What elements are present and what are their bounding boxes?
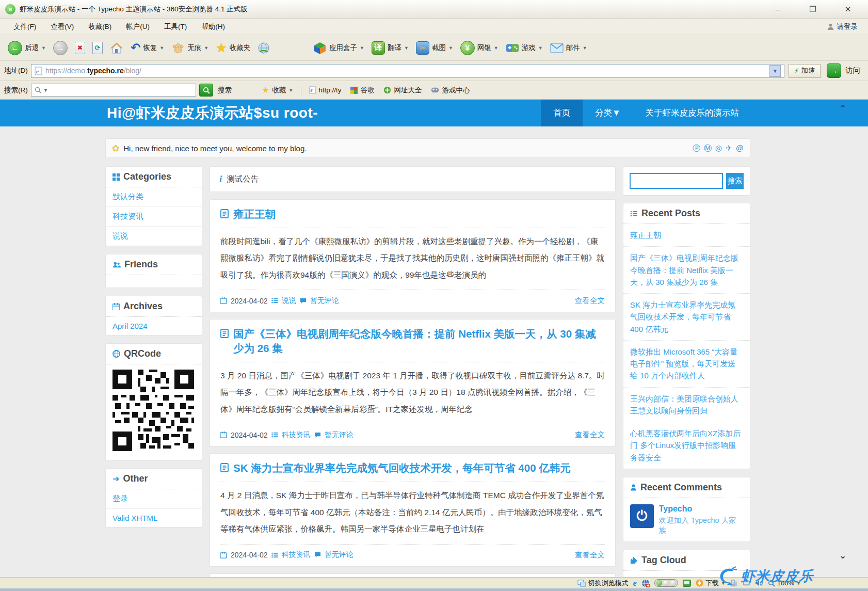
speed-mode-toggle[interactable] bbox=[654, 579, 678, 587]
nav-about[interactable]: 关于虾米皮皮乐的演示站 bbox=[633, 100, 752, 126]
address-dropdown[interactable]: ▼ bbox=[769, 65, 781, 77]
screenshot-dropdown-caret[interactable]: ▼ bbox=[448, 45, 453, 51]
other-login-link[interactable]: 登录 bbox=[106, 489, 202, 509]
close-button[interactable]: ✕ bbox=[840, 4, 856, 15]
menu-help[interactable]: 帮助(H) bbox=[194, 20, 232, 34]
recent-posts-widget: Recent Posts 雍正王朝 国产《三体》电视剧周年纪念版今晚首播：提前 … bbox=[623, 203, 750, 469]
recent-post-link[interactable]: 微软推出 Microsoft 365 “大容量电子邮件” 预览版，每天可发送给 … bbox=[623, 341, 750, 388]
scroll-down-chevron[interactable]: ⌄ bbox=[839, 550, 846, 561]
menu-account[interactable]: 帐户(U) bbox=[119, 20, 157, 34]
games-button[interactable]: 游戏▼ bbox=[502, 40, 546, 56]
incognito-button[interactable]: 无痕▼ bbox=[168, 40, 212, 56]
search-go-button[interactable] bbox=[199, 84, 213, 97]
comment-text[interactable]: 欢迎加入 Typecho 大家族 bbox=[659, 516, 743, 535]
category-list-icon bbox=[271, 432, 278, 438]
quicklink-gamecenter[interactable]: 游戏中心 bbox=[426, 84, 474, 97]
network-diagnose-icon[interactable] bbox=[641, 579, 650, 587]
post-comments-link[interactable]: 暂无评论 bbox=[325, 550, 353, 560]
archive-april-2024[interactable]: April 2024 bbox=[106, 317, 202, 335]
recent-post-link[interactable]: 国产《三体》电视剧周年纪念版今晚首播：提前 Netflix 美版一天，从 30 … bbox=[623, 247, 750, 294]
page-content: ✿ Hi, new friend, nice to meet you, welc… bbox=[0, 126, 868, 577]
stop-icon: ✖ bbox=[75, 42, 85, 54]
browse-mode-toggle[interactable]: 切换浏览模式 bbox=[577, 579, 629, 588]
social-icon-3[interactable]: ◎ bbox=[715, 143, 722, 153]
recent-post-link[interactable]: 雍正王朝 bbox=[623, 224, 750, 247]
search-go-label[interactable]: 搜索 bbox=[213, 84, 236, 97]
ie-kernel-icon[interactable]: e bbox=[633, 579, 637, 588]
menu-file[interactable]: 文件(F) bbox=[6, 20, 43, 34]
screenshot-button[interactable]: ✂ 截图▼ bbox=[412, 39, 457, 57]
stop-button[interactable]: ✖ bbox=[71, 40, 89, 56]
quicklink-typecho[interactable]: e http://ty bbox=[304, 85, 346, 95]
other-valid-xhtml-link[interactable]: Valid XHTML bbox=[106, 509, 202, 527]
read-more-link[interactable]: 查看全文 bbox=[575, 550, 605, 560]
incognito-dropdown-caret[interactable]: ▼ bbox=[204, 45, 208, 51]
favorites-button[interactable]: ★ 收藏夹 bbox=[212, 39, 254, 57]
favorites-quick-button[interactable]: ★ 收藏▼ bbox=[257, 83, 298, 97]
favorites-caret[interactable]: ▼ bbox=[288, 88, 293, 93]
restore-button[interactable]: ↶ 恢复▼ bbox=[127, 39, 168, 57]
search-input[interactable]: ▼ bbox=[31, 84, 196, 97]
quicklink-google[interactable]: 谷歌 bbox=[346, 84, 379, 97]
appbox-button[interactable]: 应用盒子▼ bbox=[310, 39, 368, 57]
post-title-link[interactable]: 国产《三体》电视剧周年纪念版今晚首播：提前 Netflix 美版一天，从 30 … bbox=[233, 327, 605, 355]
nav-categories[interactable]: 分类▼ bbox=[583, 100, 633, 126]
menu-tools[interactable]: 工具(T) bbox=[157, 20, 194, 34]
appbox-dropdown-caret[interactable]: ▼ bbox=[360, 45, 364, 51]
maximize-button[interactable]: ❐ bbox=[805, 4, 821, 15]
home-button[interactable] bbox=[106, 40, 127, 56]
recent-comments-widget: Recent Comments ⏻ Typecho 欢迎加入 Typecho 大… bbox=[623, 477, 750, 542]
address-label: 地址(D) bbox=[4, 66, 31, 75]
sync-globe-button[interactable] bbox=[254, 40, 274, 56]
restore-dropdown-caret[interactable]: ▼ bbox=[159, 45, 164, 51]
address-input[interactable]: e https://demo.typecho.re/blog/ ▼ bbox=[31, 64, 784, 78]
minimize-button[interactable]: – bbox=[770, 4, 785, 15]
social-icon-1[interactable]: Ⓟ bbox=[693, 143, 700, 153]
refresh-button[interactable]: ⟳ bbox=[89, 40, 106, 56]
mail-dropdown-caret[interactable]: ▼ bbox=[583, 45, 587, 51]
forward-button[interactable]: → bbox=[50, 39, 71, 57]
post-comments-link[interactable]: 暂无评论 bbox=[325, 430, 353, 440]
snapshot-icon[interactable] bbox=[683, 580, 691, 587]
back-dropdown-caret[interactable]: ▼ bbox=[41, 45, 46, 51]
mail-button[interactable]: 邮件▼ bbox=[546, 41, 591, 55]
social-icon-5[interactable]: @ bbox=[736, 143, 744, 153]
recent-post-link[interactable]: SK 海力士宣布业界率先完成氖气回收技术开发，每年可节省 400 亿韩元 bbox=[623, 294, 750, 341]
games-dropdown-caret[interactable]: ▼ bbox=[538, 45, 543, 51]
category-tech[interactable]: 科技资讯 bbox=[106, 207, 202, 227]
site-title[interactable]: Hi@虾米皮皮乐演示站$su root- bbox=[107, 103, 318, 123]
post-category-link[interactable]: 科技资讯 bbox=[282, 550, 311, 560]
scroll-up-chevron[interactable]: ⌃ bbox=[839, 103, 846, 114]
category-talk[interactable]: 说说 bbox=[106, 227, 202, 246]
login-link[interactable]: 请登录 bbox=[827, 22, 862, 31]
go-button[interactable]: → bbox=[827, 63, 841, 78]
download-icon bbox=[696, 579, 703, 587]
post-title-link[interactable]: 雍正王朝 bbox=[233, 207, 276, 221]
accelerate-button[interactable]: ⚡ 加速 bbox=[789, 64, 821, 78]
recent-post-link[interactable]: 王兴内部信：美团原联合创始人王慧文以顾问身份回归 bbox=[623, 388, 750, 423]
menu-favorites[interactable]: 收藏(B) bbox=[81, 20, 119, 34]
translate-dropdown-caret[interactable]: ▼ bbox=[404, 45, 409, 51]
screenshot-icon: ✂ bbox=[416, 41, 429, 55]
blog-search-button[interactable]: 搜索 bbox=[726, 173, 744, 189]
post-title-link[interactable]: SK 海力士宣布业界率先完成氖气回收技术开发，每年可节省 400 亿韩元 bbox=[233, 461, 571, 475]
back-button[interactable]: ← 后退▼ bbox=[4, 39, 50, 57]
post-comments-link[interactable]: 暂无评论 bbox=[310, 296, 339, 306]
social-icon-2[interactable]: Ⓜ bbox=[704, 143, 712, 153]
menu-view[interactable]: 查看(V) bbox=[43, 20, 81, 34]
netbank-dropdown-caret[interactable]: ▼ bbox=[494, 45, 499, 51]
netbank-button[interactable]: ¥ 网银▼ bbox=[457, 39, 502, 57]
nav-home[interactable]: 首页 bbox=[541, 100, 583, 126]
translate-button[interactable]: 译 翻译▼ bbox=[368, 39, 412, 57]
recent-post-link[interactable]: 心机黑客潜伏两年后向XZ添加后门 多个Linux发行版中招影响服务器安全 bbox=[623, 422, 750, 469]
search-engine-caret[interactable]: ▼ bbox=[43, 88, 48, 93]
category-default[interactable]: 默认分类 bbox=[106, 187, 202, 207]
blog-search-input[interactable] bbox=[630, 173, 723, 189]
post-category-link[interactable]: 科技资讯 bbox=[282, 430, 311, 440]
comment-author[interactable]: Typecho bbox=[659, 504, 743, 514]
post-category-link[interactable]: 说说 bbox=[282, 296, 296, 306]
read-more-link[interactable]: 查看全文 bbox=[575, 296, 605, 306]
social-icon-4[interactable]: ✈ bbox=[726, 143, 732, 153]
quicklink-sites[interactable]: 网址大全 bbox=[379, 84, 426, 97]
read-more-link[interactable]: 查看全文 bbox=[575, 430, 605, 440]
